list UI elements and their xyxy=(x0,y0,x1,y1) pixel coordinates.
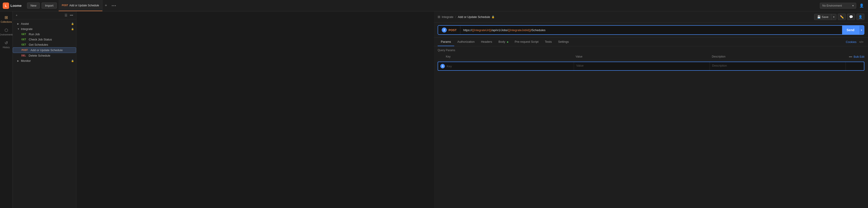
params-more-icon[interactable]: ••• xyxy=(849,55,852,59)
tab-authorization[interactable]: Authorization xyxy=(454,38,478,46)
get-badge-3: GET xyxy=(21,43,27,46)
send-dropdown-button[interactable]: ▾ xyxy=(859,26,864,34)
sidebar-more-icon[interactable]: ••• xyxy=(69,13,74,18)
url-bar: 2 POST https://{{IntegrateUrl}}/api/v1/J… xyxy=(438,25,864,35)
params-cell-description xyxy=(710,62,846,70)
save-button[interactable]: 💾 Save xyxy=(814,14,831,20)
breadcrumb-grid-icon: ⊞ xyxy=(438,15,440,19)
integrate-label: Integrate xyxy=(21,27,70,31)
code-icon-button[interactable]: </> xyxy=(858,38,864,46)
active-tab[interactable]: POST Add or Update Schedule xyxy=(59,0,102,11)
integrate-lock-icon: 🔒 xyxy=(71,28,74,30)
assist-label: Assist xyxy=(21,22,70,26)
tree-item-monitor[interactable]: ▶ Monitor 🔒 xyxy=(13,58,76,63)
sidebar-toolbar: + ☰ ••• xyxy=(13,11,76,19)
history-icon: ↺ xyxy=(4,40,8,46)
request-area: 2 POST https://{{IntegrateUrl}}/api/v1/J… xyxy=(434,23,868,38)
sidebar-item-environments[interactable]: ⬡ Environments xyxy=(1,26,11,38)
post-badge: POST xyxy=(21,49,29,52)
send-button-group: Send ▾ xyxy=(842,26,864,34)
url-method: 2 POST xyxy=(438,26,460,34)
tree-item-check-job-status[interactable]: GET Check Job Status xyxy=(13,37,76,42)
breadcrumb-actions: 💾 Save ▾ ✏️ 💬 👤 xyxy=(814,13,864,20)
tree-item-get-schedules[interactable]: GET Get Schedules xyxy=(13,42,76,47)
import-button[interactable]: Import xyxy=(41,2,57,9)
add-tab-button[interactable]: + xyxy=(102,3,110,8)
url-var1: {{IntegrateUrl}} xyxy=(472,28,491,32)
assist-lock-icon: 🔒 xyxy=(71,23,74,25)
app-logo-icon: L xyxy=(3,2,9,9)
environment-selector[interactable]: No Environment ▾ xyxy=(820,3,856,9)
profile-button[interactable]: 👤 xyxy=(858,2,865,9)
more-tabs-button[interactable]: ••• xyxy=(110,4,119,7)
sidebar-add-icon[interactable]: + xyxy=(15,13,18,18)
body-dot-indicator xyxy=(507,41,508,43)
save-icon: 💾 xyxy=(817,15,821,19)
sidebar-item-history[interactable]: ↺ History xyxy=(1,39,11,51)
params-value-input[interactable] xyxy=(576,64,707,67)
environments-icon: ⬡ xyxy=(4,28,8,33)
tree-item-integrate[interactable]: ▼ Integrate 🔒 xyxy=(13,26,76,32)
params-cell-value xyxy=(574,62,710,70)
profile-action-button[interactable]: 👤 xyxy=(857,13,864,20)
app-name: Loome xyxy=(10,4,22,7)
sidebar-item-collections[interactable]: ⊞ Collections xyxy=(1,13,11,25)
query-params-label: Query Params xyxy=(438,47,864,54)
tab-params[interactable]: Params xyxy=(438,38,454,46)
tree-item-run-job[interactable]: GET Run Job xyxy=(13,32,76,37)
add-update-schedule-label: Add or Update Schedule xyxy=(30,49,73,52)
params-table-header: Key Value Description ••• Bulk Edit xyxy=(438,54,864,60)
send-button[interactable]: Send xyxy=(842,26,859,34)
run-job-label: Run Job xyxy=(29,32,74,36)
new-button[interactable]: New xyxy=(27,2,40,9)
check-job-status-label: Check Job Status xyxy=(29,38,74,41)
tab-pre-request-script[interactable]: Pre-request Script xyxy=(512,38,542,46)
edit-button[interactable]: ✏️ xyxy=(838,13,846,20)
step-3-badge: 3 xyxy=(440,64,445,68)
content-area: ⊞ Integrate / Add or Update Schedule 🔒 💾… xyxy=(434,11,868,208)
monitor-lock-icon: 🔒 xyxy=(71,60,74,62)
url-suffix: /Schedules xyxy=(531,28,545,32)
sidebar-panel: + ☰ ••• ▶ Assist 🔒 ▼ Integrate 🔒 xyxy=(13,11,76,208)
cookies-link[interactable]: Cookies xyxy=(846,38,857,46)
collections-label: Collections xyxy=(1,21,12,23)
top-bar: L Loome New Import POST Add or Update Sc… xyxy=(0,0,868,11)
get-schedules-label: Get Schedules xyxy=(29,43,74,47)
params-description-input[interactable] xyxy=(712,64,843,67)
params-cell-action xyxy=(846,62,864,70)
bulk-edit-button[interactable]: Bulk Edit xyxy=(854,55,864,58)
url-prefix: https:// xyxy=(463,28,472,32)
sidebar-with-icons: ⊞ Collections ⬡ Environments ↺ History +… xyxy=(0,11,434,208)
sidebar-filter-icon[interactable]: ☰ xyxy=(64,13,68,18)
delete-schedule-label: Delete Schedule xyxy=(29,54,74,57)
breadcrumb-parent[interactable]: Integrate xyxy=(442,15,453,19)
save-dropdown-button[interactable]: ▾ xyxy=(831,14,836,19)
col-header-key: Key xyxy=(438,55,574,59)
comment-button[interactable]: 💬 xyxy=(847,13,855,20)
tab-headers[interactable]: Headers xyxy=(478,38,495,46)
tab-tests[interactable]: Tests xyxy=(542,38,555,46)
breadcrumb-lock-icon: 🔒 xyxy=(492,16,495,19)
env-label: No Environment xyxy=(822,4,842,7)
save-button-group: 💾 Save ▾ xyxy=(814,14,836,20)
logo-area: L Loome xyxy=(3,2,22,9)
tree-item-assist[interactable]: ▶ Assist 🔒 xyxy=(13,21,76,26)
col-header-value: Value xyxy=(574,55,710,59)
tab-method-badge: POST xyxy=(62,4,68,7)
top-right-actions: No Environment ▾ 👤 xyxy=(820,2,865,9)
tab-body[interactable]: Body xyxy=(495,38,512,46)
params-area: Query Params Key Value Description ••• B… xyxy=(434,47,868,208)
params-row-1: 3 xyxy=(438,62,864,71)
params-key-input[interactable] xyxy=(447,65,571,68)
tree-item-delete-schedule[interactable]: DEL Delete Schedule xyxy=(13,53,76,58)
main-layout: ⊞ Collections ⬡ Environments ↺ History +… xyxy=(0,11,868,208)
step-2-badge: 2 xyxy=(442,28,447,32)
tree-item-add-update-schedule[interactable]: POST Add or Update Schedule xyxy=(13,47,76,53)
collections-icon: ⊞ xyxy=(4,15,8,20)
params-cell-key: 3 xyxy=(438,62,574,70)
url-display[interactable]: https://{{IntegrateUrl}}/api/v1/Jobs/{{I… xyxy=(460,28,842,32)
col-header-description: Description xyxy=(710,55,846,59)
history-label: History xyxy=(3,46,10,49)
env-chevron-icon: ▾ xyxy=(852,4,854,7)
tab-settings[interactable]: Settings xyxy=(555,38,572,46)
